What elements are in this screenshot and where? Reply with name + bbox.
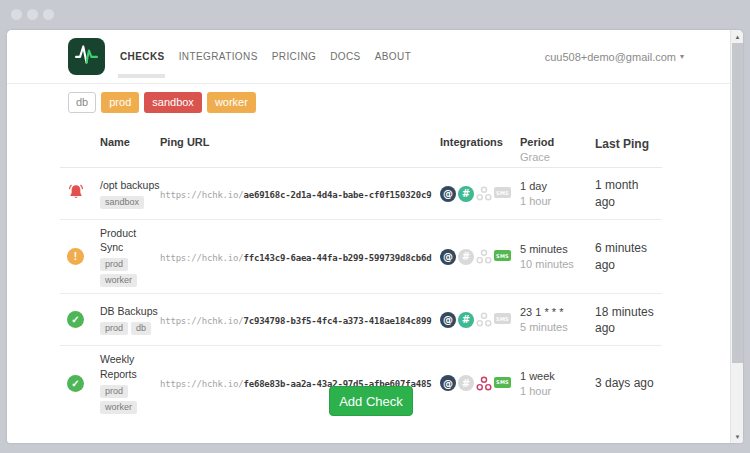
col-header-grace: Grace [520, 151, 595, 163]
check-name[interactable]: Product Sync [100, 226, 160, 254]
col-header-name: Name [100, 136, 160, 148]
nav-item-pricing[interactable]: PRICING [272, 51, 316, 62]
account-email: cuu508+demo@gmail.com [545, 51, 676, 63]
nav-item-about[interactable]: ABOUT [375, 51, 411, 62]
status-icon[interactable]: ✓ [67, 311, 84, 328]
integrations-icons: @# SMS [440, 312, 520, 328]
sms-integration-icon[interactable]: SMS [494, 313, 511, 324]
integrations-icons: @# SMS [440, 375, 520, 391]
period-value: 23 1 * * * [520, 306, 595, 318]
scroll-up-arrow[interactable]: ▲ [731, 30, 743, 43]
last-ping-value: 6 minutes ago [595, 240, 659, 272]
status-icon[interactable]: ✓ [67, 375, 84, 392]
integrations-icons: @# SMS [440, 249, 520, 265]
nav-item-docs[interactable]: DOCS [330, 51, 361, 62]
email-integration-icon[interactable]: @ [440, 312, 456, 328]
table-row[interactable]: ✓ DB Backups proddb https://hchk.io/7c93… [60, 294, 662, 346]
nav-item-integrations[interactable]: INTEGRATIONS [179, 51, 258, 62]
ping-url[interactable]: https://hchk.io/7c934798-b3f5-4fc4-a373-… [160, 316, 431, 326]
filter-tag-prod[interactable]: prod [101, 92, 139, 113]
alert-bell-icon [67, 183, 85, 201]
heartbeat-icon [72, 40, 101, 73]
tag-prod: prod [100, 258, 128, 271]
check-ok-icon: ✓ [67, 375, 84, 392]
table-row[interactable]: /opt backups sandbox https://hchk.io/ae6… [60, 168, 662, 220]
sms-integration-icon[interactable]: SMS [494, 377, 511, 388]
grace-value: 5 minutes [520, 321, 595, 333]
tag-prod: prod [100, 385, 128, 398]
grace-value: 1 hour [520, 195, 595, 207]
status-icon[interactable]: ! [67, 248, 84, 265]
window-control-dot[interactable] [11, 9, 22, 20]
filter-tag-db[interactable]: db [68, 92, 96, 113]
grace-value: 1 hour [520, 385, 595, 397]
active-tab-underline [118, 74, 165, 78]
check-name[interactable]: /opt backups [100, 178, 160, 192]
schedule-cell[interactable]: 5 minutes 10 minutes [520, 243, 595, 270]
warning-icon: ! [67, 248, 84, 265]
last-ping-value: 3 days ago [595, 375, 659, 391]
check-tags: prodworker [100, 258, 160, 287]
grace-value: 10 minutes [520, 258, 595, 270]
integrations-icons: @# SMS [440, 186, 520, 202]
nav-item-checks[interactable]: CHECKS [120, 51, 165, 62]
chevron-down-icon: ▾ [680, 52, 684, 61]
check-name[interactable]: DB Backups [100, 304, 160, 318]
webhook-integration-icon[interactable] [476, 249, 492, 265]
col-header-period: Period Grace [520, 136, 595, 163]
table-row[interactable]: ! Product Sync prodworker https://hchk.i… [60, 220, 662, 294]
check-tags: prodworker [100, 385, 160, 414]
window-control-dot[interactable] [43, 9, 54, 20]
period-value: 1 day [520, 180, 595, 192]
email-integration-icon[interactable]: @ [440, 249, 456, 265]
slack-integration-icon[interactable]: # [458, 312, 474, 328]
add-check-button[interactable]: Add Check [329, 386, 413, 416]
last-ping-value: 18 minutes ago [595, 304, 659, 336]
last-ping-value: 1 month ago [595, 177, 659, 209]
browser-chrome [0, 0, 750, 30]
slack-integration-icon[interactable]: # [458, 375, 474, 391]
filter-tag-sandbox[interactable]: sandbox [144, 92, 202, 113]
scroll-down-arrow[interactable]: ▼ [731, 430, 743, 443]
app-logo[interactable] [68, 38, 105, 75]
webhook-integration-icon[interactable] [476, 186, 492, 202]
app-window: CHECKS INTEGRATIONS PRICING DOCS ABOUT c… [7, 30, 743, 443]
webhook-integration-icon[interactable] [476, 312, 492, 328]
tag-sandbox: sandbox [100, 196, 144, 209]
table-header: Name Ping URL Integrations Period Grace … [60, 130, 662, 168]
scrollbar[interactable]: ▲ ▼ [730, 30, 743, 443]
schedule-cell[interactable]: 23 1 * * * 5 minutes [520, 306, 595, 333]
check-ok-icon: ✓ [67, 311, 84, 328]
tag-filters: db prod sandbox worker [68, 92, 256, 113]
ping-url[interactable]: https://hchk.io/ae69168c-2d1a-4d4a-babe-… [160, 190, 431, 200]
tag-worker: worker [100, 274, 137, 287]
webhook-integration-icon[interactable] [476, 375, 492, 391]
check-tags: proddb [100, 322, 160, 335]
account-menu[interactable]: cuu508+demo@gmail.com ▾ [545, 30, 684, 83]
scrollbar-thumb[interactable] [732, 43, 743, 363]
col-header-last-ping: Last Ping [595, 136, 659, 152]
checks-table: Name Ping URL Integrations Period Grace … [60, 130, 662, 420]
slack-integration-icon[interactable]: # [458, 186, 474, 202]
period-value: 1 week [520, 370, 595, 382]
check-name[interactable]: Weekly Reports [100, 352, 160, 380]
window-control-dot[interactable] [27, 9, 38, 20]
schedule-cell[interactable]: 1 week 1 hour [520, 370, 595, 397]
window-controls [11, 9, 54, 20]
col-header-integrations: Integrations [440, 136, 520, 148]
site-header: CHECKS INTEGRATIONS PRICING DOCS ABOUT c… [7, 30, 730, 84]
email-integration-icon[interactable]: @ [440, 375, 456, 391]
period-value: 5 minutes [520, 243, 595, 255]
schedule-cell[interactable]: 1 day 1 hour [520, 180, 595, 207]
tag-prod: prod [100, 322, 128, 335]
slack-integration-icon[interactable]: # [458, 249, 474, 265]
check-tags: sandbox [100, 196, 160, 209]
ping-url[interactable]: https://hchk.io/ffc143c9-6aea-44fa-b299-… [160, 253, 431, 263]
tag-worker: worker [100, 401, 137, 414]
sms-integration-icon[interactable]: SMS [494, 250, 511, 261]
sms-integration-icon[interactable]: SMS [494, 187, 511, 198]
tag-db: db [131, 322, 151, 335]
filter-tag-worker[interactable]: worker [207, 92, 256, 113]
status-icon[interactable] [67, 183, 85, 204]
email-integration-icon[interactable]: @ [440, 186, 456, 202]
